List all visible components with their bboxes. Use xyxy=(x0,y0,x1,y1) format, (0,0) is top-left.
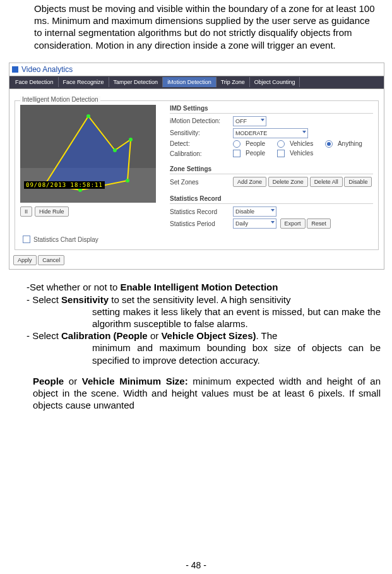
line-min-size: People or Vehicle Minimum Size: minimum … xyxy=(27,375,381,412)
detect-anything-radio[interactable] xyxy=(325,140,333,148)
imd-settings-heading: IMD Settings xyxy=(170,105,373,114)
pause-button[interactable]: II xyxy=(20,206,32,217)
sensitivity-select[interactable]: MODERATE xyxy=(233,128,308,138)
window-titlebar: Video Analytics xyxy=(9,63,384,76)
tab-bar: Face Detection Face Recognize Tamper Det… xyxy=(9,76,384,89)
svg-point-4 xyxy=(86,114,90,118)
set-zones-label: Set Zones xyxy=(170,179,233,186)
svg-point-6 xyxy=(129,138,133,141)
hide-rule-button[interactable]: Hide Rule xyxy=(35,206,69,217)
app-screenshot: Video Analytics Face Detection Face Reco… xyxy=(9,63,384,270)
fieldset-legend: Intelligent Motion Detection xyxy=(20,96,100,103)
imotion-detection-label: iMotion Detection: xyxy=(170,117,233,124)
tab-face-detection[interactable]: Face Detection xyxy=(11,77,59,87)
tab-tamper-detection[interactable]: Tamper Detection xyxy=(109,77,163,87)
detect-options: People Vehicles Anything xyxy=(233,140,372,148)
tab-imotion-detection[interactable]: iMotion Detection xyxy=(163,77,217,87)
intro-paragraph: Objects must be moving and visible withi… xyxy=(34,3,379,51)
sensitivity-label: Sensitivity: xyxy=(170,129,233,136)
line-sensitivity: - Select Sensitivity to set the sensitiv… xyxy=(27,294,381,306)
calibration-label: Calibration: xyxy=(170,150,233,157)
delete-zone-button[interactable]: Delete Zone xyxy=(268,177,308,187)
preview-column: 09/08/2013 18:58:11 II Hide Rule xyxy=(20,105,170,231)
settings-panel: IMD Settings iMotion Detection: OFF Sens… xyxy=(170,105,373,231)
app-icon xyxy=(12,66,18,73)
svg-point-5 xyxy=(113,148,117,152)
detect-vehicles-label: Vehicles xyxy=(290,140,313,147)
disable-button[interactable]: Disable xyxy=(344,177,372,187)
statistics-record-heading: Statistics Record xyxy=(170,195,373,204)
calib-people-label: People xyxy=(246,150,265,157)
imotion-detection-select[interactable]: OFF xyxy=(233,116,266,126)
tab-object-counting[interactable]: Object Counting xyxy=(250,77,300,87)
statistics-chart-label: Statistics Chart Display xyxy=(33,236,98,243)
svg-point-7 xyxy=(126,179,129,182)
calib-vehicles-label: Vehicles xyxy=(290,150,313,157)
calibration-options: People Vehicles xyxy=(233,150,323,157)
video-timestamp: 09/08/2013 18:58:11 xyxy=(24,181,105,189)
detect-vehicles-radio[interactable] xyxy=(277,140,285,148)
statistics-record-select[interactable]: Disable xyxy=(233,206,276,217)
zone-settings-heading: Zone Settings xyxy=(170,165,373,174)
window-title: Video Analytics xyxy=(21,65,73,74)
statistics-chart-checkbox[interactable] xyxy=(23,236,30,243)
detect-people-label: People xyxy=(246,140,265,147)
video-preview[interactable]: 09/08/2013 18:58:11 xyxy=(20,105,156,203)
detect-label: Detect: xyxy=(170,140,233,147)
line-enable-imd: -Set whether or not to Enable Intelligen… xyxy=(27,281,381,293)
add-zone-button[interactable]: Add Zone xyxy=(233,177,266,187)
instructions-block: -Set whether or not to Enable Intelligen… xyxy=(27,281,381,411)
detect-anything-label: Anything xyxy=(338,140,362,147)
calib-vehicles-checkbox[interactable] xyxy=(277,150,285,157)
detect-people-radio[interactable] xyxy=(233,140,241,148)
statistics-period-select[interactable]: Daily xyxy=(233,218,276,229)
cancel-button[interactable]: Cancel xyxy=(38,255,64,265)
line-calibration: - Select Calibration (People or Vehicle … xyxy=(27,330,381,342)
calib-people-checkbox[interactable] xyxy=(233,150,241,157)
export-button[interactable]: Export xyxy=(280,218,306,229)
delete-all-button[interactable]: Delete All xyxy=(310,177,343,187)
reset-button[interactable]: Reset xyxy=(307,218,331,229)
tab-trip-zone[interactable]: Trip Zone xyxy=(217,77,250,87)
tab-face-recognize[interactable]: Face Recognize xyxy=(59,77,109,87)
page-number: - 48 - xyxy=(0,560,392,570)
statistics-period-label: Statistics Period xyxy=(170,220,233,227)
statistics-record-label: Statistics Record xyxy=(170,208,233,215)
imd-fieldset: Intelligent Motion Detection 09/08/2 xyxy=(15,100,379,251)
line-sensitivity-cont: setting makes it less likely that an eve… xyxy=(27,306,381,330)
line-calibration-cont: minimum and maximum bounding box size of… xyxy=(27,342,381,366)
apply-button[interactable]: Apply xyxy=(13,255,37,265)
